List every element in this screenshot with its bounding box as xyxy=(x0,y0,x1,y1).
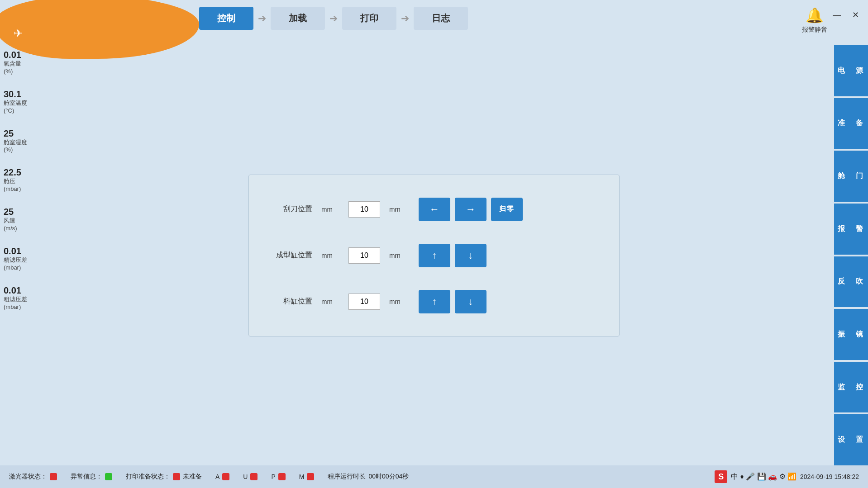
metric-oxygen-label: 氧含量(%) xyxy=(4,60,30,76)
status-bar: 激光器状态： 异常信息： 打印准备状态： 未准备 A U P M 程序运行时长 … xyxy=(0,465,868,488)
tab-log[interactable]: 日志 xyxy=(414,7,468,30)
status-datetime: 2024-09-19 15:48:22 xyxy=(800,473,859,480)
runtime-value: 00时00分04秒 xyxy=(368,473,409,481)
forming-unit-left: mm xyxy=(321,251,339,259)
scraper-right-button[interactable]: → xyxy=(455,198,486,221)
sidebar-btn-power[interactable]: 电 源 xyxy=(834,45,868,96)
left-sidebar: 0.01 氧含量(%) 30.1 舱室温度(°C) 25 舱室湿度(%) 22.… xyxy=(0,45,34,465)
powder-unit-right: mm xyxy=(389,298,405,305)
forming-unit-right: mm xyxy=(389,251,405,259)
metric-temp-value: 30.1 xyxy=(4,89,30,99)
powder-label: 料缸位置 xyxy=(276,297,312,306)
sidebar-btn-ready[interactable]: 准 备 xyxy=(834,98,868,149)
laser-status: 激光器状态： xyxy=(9,473,57,481)
status-icons: 中 ♦ 🎤 💾 🚗 ⚙ 📶 xyxy=(731,472,796,482)
a-label: A xyxy=(215,473,219,480)
print-label: 打印准备状态： xyxy=(126,473,170,481)
alarm-label: 报警静音 xyxy=(802,26,827,34)
print-status: 打印准备状态： 未准备 xyxy=(126,473,202,481)
scraper-row: 刮刀位置 mm mm ← → 归零 xyxy=(276,198,592,221)
sidebar-btn-vibration[interactable]: 振 镜 xyxy=(834,309,868,360)
m-status: M xyxy=(299,473,315,480)
u-status: U xyxy=(243,473,258,480)
s-logo-icon: S xyxy=(715,470,727,483)
powder-buttons: ↑ ↓ xyxy=(419,290,486,313)
metric-wind-label: 风速(m/s) xyxy=(4,217,30,232)
forming-buttons: ↑ ↓ xyxy=(419,244,486,267)
scraper-reset-button[interactable]: 归零 xyxy=(491,198,523,221)
metric-wind: 25 风速(m/s) xyxy=(4,207,30,232)
alarm-button[interactable]: 🔔 报警静音 xyxy=(802,7,827,34)
print-status-text: 未准备 xyxy=(183,473,202,481)
tab-control[interactable]: 控制 xyxy=(199,7,253,30)
exception-status: 异常信息： xyxy=(71,473,112,481)
powder-up-button[interactable]: ↑ xyxy=(419,290,450,313)
forming-down-button[interactable]: ↓ xyxy=(455,244,486,267)
exception-status-dot xyxy=(105,473,112,480)
p-dot xyxy=(278,473,286,480)
m-dot xyxy=(307,473,314,480)
scraper-left-button[interactable]: ← xyxy=(419,198,450,221)
tab-load[interactable]: 加载 xyxy=(271,7,325,30)
arrow-2: ➔ xyxy=(329,13,338,24)
sidebar-btn-alarm[interactable]: 报 警 xyxy=(834,204,868,255)
scraper-buttons: ← → 归零 xyxy=(419,198,523,221)
forming-up-button[interactable]: ↑ xyxy=(419,244,450,267)
metric-fine-filter-value: 0.01 xyxy=(4,246,30,256)
metric-fine-filter: 0.01 精滤压差(mbar) xyxy=(4,246,30,272)
scraper-unit-right: mm xyxy=(389,205,405,213)
sidebar-btn-door[interactable]: 舱 门 xyxy=(834,151,868,202)
metric-humidity: 25 舱室湿度(%) xyxy=(4,128,30,154)
laser-status-dot xyxy=(50,473,57,480)
powder-unit-left: mm xyxy=(321,298,339,305)
metric-temp: 30.1 舱室温度(°C) xyxy=(4,89,30,115)
alarm-bell-icon: 🔔 xyxy=(806,7,824,24)
status-logo-area: S 中 ♦ 🎤 💾 🚗 ⚙ 📶 2024-09-19 15:48:22 xyxy=(715,470,859,483)
powder-down-button[interactable]: ↓ xyxy=(455,290,486,313)
sidebar-btn-monitor[interactable]: 监 控 xyxy=(834,362,868,413)
tab-print[interactable]: 打印 xyxy=(342,7,396,30)
u-label: U xyxy=(243,473,248,480)
window-controls: — ✕ xyxy=(829,7,863,23)
main-content: 刮刀位置 mm mm ← → 归零 成型缸位置 mm mm ↑ ↓ 料缸位置 m… xyxy=(34,45,834,465)
metric-coarse-filter: 0.01 粗滤压差(mbar) xyxy=(4,285,30,311)
metric-fine-filter-label: 精滤压差(mbar) xyxy=(4,256,30,272)
runtime-status: 程序运行时长 00时00分04秒 xyxy=(328,473,409,481)
powder-row: 料缸位置 mm mm ↑ ↓ xyxy=(276,290,592,313)
sidebar-btn-settings[interactable]: 设 置 xyxy=(834,414,868,465)
metric-coarse-filter-label: 粗滤压差(mbar) xyxy=(4,296,30,311)
scraper-label: 刮刀位置 xyxy=(276,204,312,214)
scraper-input[interactable] xyxy=(348,201,380,218)
right-sidebar: 电 源 准 备 舱 门 报 警 反 吹 振 镜 监 控 设 置 xyxy=(834,45,868,465)
a-dot xyxy=(222,473,229,480)
minimize-button[interactable]: — xyxy=(829,7,845,23)
metric-temp-label: 舱室温度(°C) xyxy=(4,99,30,115)
close-button[interactable]: ✕ xyxy=(847,7,863,23)
powder-input[interactable] xyxy=(348,294,380,310)
print-status-dot xyxy=(173,473,180,480)
sidebar-btn-blowback[interactable]: 反 吹 xyxy=(834,256,868,308)
arrow-1: ➔ xyxy=(258,13,266,24)
p-label: P xyxy=(271,473,275,480)
metric-humidity-value: 25 xyxy=(4,128,30,139)
logo-bird-icon: ✈ xyxy=(14,27,23,40)
laser-status-label: 激光器状态： xyxy=(9,473,47,481)
exception-label: 异常信息： xyxy=(71,473,102,481)
forming-input[interactable] xyxy=(348,247,380,264)
p-status: P xyxy=(271,473,285,480)
u-dot xyxy=(250,473,258,480)
metric-coarse-filter-value: 0.01 xyxy=(4,285,30,296)
metric-wind-value: 25 xyxy=(4,207,30,217)
scraper-unit-left: mm xyxy=(321,205,339,213)
nav-tabs: 控制 ➔ 加载 ➔ 打印 ➔ 日志 xyxy=(199,7,468,30)
m-label: M xyxy=(299,473,305,480)
forming-label: 成型缸位置 xyxy=(276,251,312,260)
metric-humidity-label: 舱室湿度(%) xyxy=(4,139,30,154)
control-panel: 刮刀位置 mm mm ← → 归零 成型缸位置 mm mm ↑ ↓ 料缸位置 m… xyxy=(248,175,620,336)
arrow-3: ➔ xyxy=(401,13,409,24)
forming-row: 成型缸位置 mm mm ↑ ↓ xyxy=(276,244,592,267)
metric-pressure-value: 22.5 xyxy=(4,167,30,178)
a-status: A xyxy=(215,473,229,480)
metric-pressure-label: 舱压(mbar) xyxy=(4,178,30,193)
metric-pressure: 22.5 舱压(mbar) xyxy=(4,167,30,193)
